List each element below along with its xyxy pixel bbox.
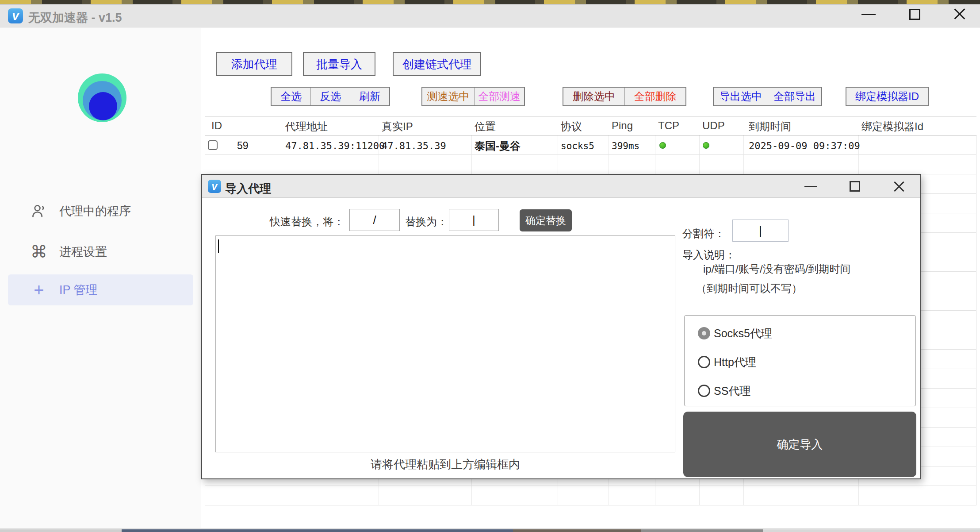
dialog-logo-letter: v [212,181,218,193]
button-label: 绑定模拟器ID [855,89,919,104]
delete-all-button[interactable]: 全部删除 [624,88,685,105]
speedtest-selected-button[interactable]: 测速选中 [422,88,474,105]
confirm-import-button[interactable]: 确定导入 [683,412,916,477]
confirm-replace-button[interactable]: 确定替换 [520,209,572,231]
app-logo-letter: v [12,9,19,23]
replace-from-input[interactable]: / [349,209,400,231]
brand-logo-inner-circle [89,92,117,120]
radio-icon [698,327,710,339]
button-label: 删除选中 [573,89,615,104]
sidebar-item-label: 代理中的程序 [59,203,131,219]
column-header-udp: UDP [702,120,725,132]
delete-selected-button[interactable]: 删除选中 [563,88,624,105]
column-header-emulator-id: 绑定模拟器Id [861,120,923,134]
import-note-optional: （到期时间可以不写） [696,281,802,296]
separator-input[interactable]: | [732,220,789,242]
sidebar-item-process-settings[interactable]: ⌘ 进程设置 [8,236,193,267]
cell-proxy-address: 47.81.35.39:11200 [285,140,385,151]
replace-from-value: / [373,213,376,227]
tcp-status-dot-green [659,142,666,149]
minimize-icon [804,186,817,187]
export-button-group: 导出选中 全部导出 [713,87,822,106]
dialog-maximize-button[interactable] [842,178,867,195]
dialog-minimize-button[interactable] [798,178,823,195]
table-header-top-border [205,116,976,116]
desktop-edge-top [0,0,980,4]
minimize-button[interactable] [854,4,883,24]
minimize-icon [861,14,876,15]
column-header-protocol: 协议 [561,120,582,134]
screen: v 无双加速器 - v1.5 代理中的程序 ⌘ 进程设置 + IP 管理 添加代… [0,0,980,532]
column-header-expire-time: 到期时间 [749,120,791,134]
window-title: 无双加速器 - v1.5 [28,10,122,26]
radio-ss-proxy[interactable]: SS代理 [698,383,750,398]
close-button[interactable] [946,4,974,24]
column-header-location: 位置 [475,120,496,134]
close-icon [953,8,966,21]
import-note-format: ip/端口/账号/没有密码/到期时间 [703,262,850,276]
sidebar-item-label: IP 管理 [59,282,98,298]
sidebar-item-label: 进程设置 [59,244,107,260]
button-label: 创建链式代理 [402,57,471,72]
maximize-icon [850,181,860,192]
replace-to-label: 替换为： [405,215,448,229]
dialog-close-button[interactable] [887,178,911,195]
sidebar-item-ip-management[interactable]: + IP 管理 [8,274,193,305]
button-label: 导出选中 [720,89,762,104]
column-header-proxy-address: 代理地址 [285,120,328,134]
process-icon: ⌘ [30,242,48,262]
add-proxy-button[interactable]: 添加代理 [216,52,292,76]
cell-real-ip: 47.81.35.39 [382,140,446,151]
maximize-button[interactable] [900,4,929,24]
export-selected-button[interactable]: 导出选中 [714,88,768,105]
separator-value: | [759,224,762,238]
radio-icon [698,385,710,397]
invert-selection-button[interactable]: 反选 [310,88,350,105]
proxy-paste-textarea[interactable] [215,235,675,452]
delete-button-group: 删除选中 全部删除 [563,87,686,106]
radio-socks5-proxy[interactable]: Socks5代理 [698,326,772,341]
button-label: 全部删除 [634,89,677,104]
speedtest-button-group: 测速选中 全部测速 [421,87,525,106]
batch-import-button[interactable]: 批量导入 [303,52,375,76]
cell-location: 泰国-曼谷 [475,139,521,153]
close-icon [893,181,905,192]
radio-http-proxy[interactable]: Http代理 [698,355,756,370]
column-header-id: ID [211,120,222,132]
radio-label: Http代理 [714,355,756,370]
column-header-ping: Ping [612,120,633,132]
import-note-title: 导入说明： [682,248,735,262]
radio-icon [698,356,710,368]
button-label: 全选 [280,89,302,104]
selection-button-group: 全选 反选 刷新 [271,87,390,106]
radio-label: Socks5代理 [714,326,772,341]
row-checkbox[interactable] [208,140,218,150]
replace-to-value: | [472,213,475,227]
app-logo-icon: v [8,8,23,23]
cell-ping: 399ms [612,141,639,151]
plus-icon: + [30,283,48,297]
create-chain-proxy-button[interactable]: 创建链式代理 [393,52,481,76]
bind-emulator-id-button[interactable]: 绑定模拟器ID [846,88,928,105]
cell-expire-time: 2025-09-09 09:37:09 [749,140,860,151]
column-header-tcp: TCP [658,120,679,132]
radio-label: SS代理 [714,384,750,398]
desktop-edge-bottom [0,529,980,532]
button-label: 添加代理 [231,57,277,72]
user-icon [30,203,48,219]
column-header-real-ip: 真实IP [382,120,413,134]
maximize-icon [909,9,920,20]
select-all-button[interactable]: 全选 [272,88,310,105]
udp-status-dot-green [703,142,709,149]
cell-protocol: socks5 [561,141,594,151]
button-label: 全部导出 [773,89,816,104]
replace-to-input[interactable]: | [449,209,499,231]
sidebar-item-proxied-apps[interactable]: 代理中的程序 [8,196,193,227]
button-label: 批量导入 [316,57,362,72]
button-label: 测速选中 [427,89,470,104]
export-all-button[interactable]: 全部导出 [768,88,821,105]
refresh-button[interactable]: 刷新 [350,88,389,105]
speedtest-all-button[interactable]: 全部测速 [474,88,524,105]
text-caret [218,239,219,253]
button-label: 确定替换 [525,214,566,227]
